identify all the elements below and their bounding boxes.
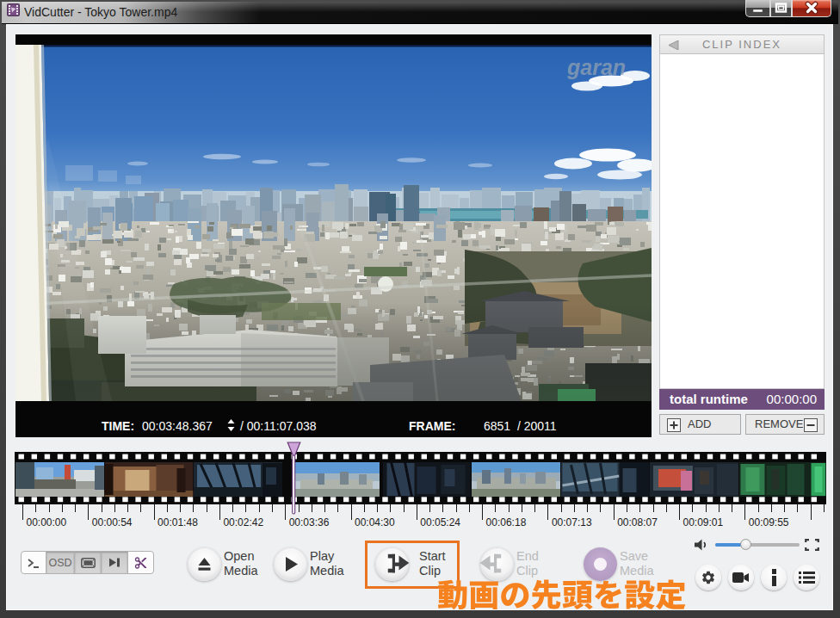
svg-text:00:04:30: 00:04:30 xyxy=(355,516,395,528)
svg-text:00:01:48: 00:01:48 xyxy=(158,516,198,528)
svg-text:00:00:00: 00:00:00 xyxy=(27,516,67,528)
svg-text:garan: garan xyxy=(566,55,626,79)
svg-text:00:09:01: 00:09:01 xyxy=(683,516,724,528)
svg-text:00:09:55: 00:09:55 xyxy=(749,516,789,528)
svg-text:00:05:24: 00:05:24 xyxy=(420,516,460,528)
svg-text:00:02:42: 00:02:42 xyxy=(223,516,263,528)
svg-text:00:03:36: 00:03:36 xyxy=(289,516,330,528)
svg-text:00:08:07: 00:08:07 xyxy=(617,516,658,528)
svg-text:00:00:54: 00:00:54 xyxy=(92,516,133,528)
svg-text:00:07:13: 00:07:13 xyxy=(552,516,592,528)
svg-text:00:06:18: 00:06:18 xyxy=(486,516,527,528)
